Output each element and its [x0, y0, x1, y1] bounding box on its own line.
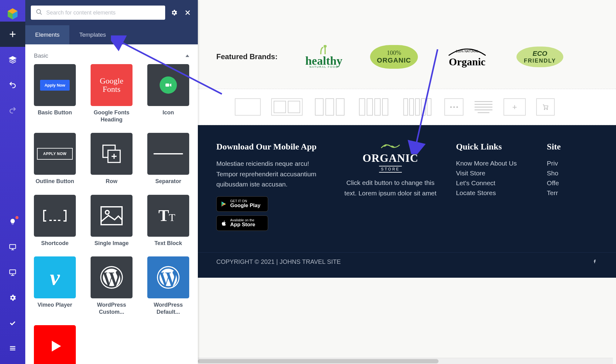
svg-rect-19 [165, 84, 169, 87]
tab-elements[interactable]: Elements [25, 25, 69, 44]
horizontal-scrollbar[interactable] [198, 358, 613, 364]
element-wordpress-default[interactable]: WordPress Default... [146, 256, 190, 315]
element-icon[interactable]: Icon [146, 64, 190, 123]
element-basic-button[interactable]: Apply Now Basic Button [33, 64, 77, 123]
toolbar-settings-button[interactable] [0, 285, 25, 310]
layout-text[interactable] [474, 98, 493, 116]
logo-sub: STORE [379, 166, 402, 173]
toolbar-menu-button[interactable] [0, 336, 25, 361]
element-single-image[interactable]: Single Image [89, 195, 134, 247]
apple-icon [220, 219, 227, 227]
svg-rect-6 [10, 244, 16, 248]
layout-add[interactable]: + [504, 98, 526, 116]
element-shortcode[interactable]: Shortcode [33, 195, 77, 247]
google-text-1: Google [100, 77, 124, 85]
svg-line-16 [40, 13, 42, 15]
panel-settings-button[interactable] [169, 8, 179, 17]
separator-preview-icon [153, 153, 183, 154]
play-icon [220, 200, 227, 208]
toolbar-check-button[interactable] [0, 310, 25, 336]
svg-rect-35 [324, 47, 326, 54]
element-text-block[interactable]: TT Text Block [146, 195, 190, 247]
link-locate[interactable]: Locate Stores [456, 188, 528, 198]
link-connect[interactable]: Let's Connect [456, 178, 528, 188]
group-label: Basic [34, 52, 48, 59]
layout-4col[interactable] [357, 98, 390, 116]
element-youtube[interactable] [33, 325, 77, 364]
search-icon [36, 9, 43, 17]
layout-cart[interactable] [536, 98, 555, 116]
toolbar-present-button[interactable] [0, 260, 25, 285]
toolbar-redo-button[interactable] [0, 97, 25, 123]
svg-text:T: T [169, 212, 175, 223]
brand-eco-logo: ECO FRIENDLY [516, 43, 563, 70]
element-vimeo-player[interactable]: v Vimeo Player [33, 256, 77, 315]
brand2-top: 100% [377, 49, 411, 56]
vimeo-icon: v [34, 256, 76, 298]
copyright-text: COPYRIGHT © 2021 | JOHNS TRAVEL SITE [216, 258, 341, 265]
svg-marker-34 [52, 341, 61, 352]
tab-templates[interactable]: Templates [69, 25, 116, 44]
link-terr[interactable]: Terr [547, 188, 598, 198]
toolbar-undo-button[interactable] [0, 72, 25, 97]
element-label: Vimeo Player [38, 301, 72, 309]
notification-dot-icon [15, 216, 18, 219]
google-play-badge[interactable]: GET IT ONGoogle Play [216, 196, 268, 212]
svg-rect-9 [10, 270, 16, 274]
brand1-text: healthy [305, 56, 342, 65]
group-header-basic[interactable]: Basic [33, 50, 190, 64]
link-sho[interactable]: Sho [547, 168, 598, 178]
brand4-top: ECO [524, 50, 556, 58]
wordpress-icon [91, 256, 133, 298]
layout-2col[interactable] [271, 98, 303, 116]
elements-panel: Elements Templates Basic Apply Now Basic… [25, 0, 198, 364]
footer-col3-title: Quick Links [456, 142, 528, 152]
link-priv[interactable]: Priv [547, 158, 598, 168]
element-label: Google Fonts Heading [89, 109, 134, 123]
toolbar-add-button[interactable] [0, 22, 25, 47]
link-about[interactable]: Know More About Us [456, 158, 528, 168]
app-store-badge[interactable]: Available on theApp Store [216, 215, 268, 231]
footer-col4-title: Site [547, 142, 598, 152]
outline-button-preview: APPLY NOW [37, 148, 73, 160]
layout-5col[interactable] [401, 98, 434, 116]
link-offe[interactable]: Offe [547, 178, 598, 188]
panel-close-button[interactable] [183, 8, 192, 17]
layout-more[interactable] [444, 98, 463, 116]
element-separator[interactable]: Separator [146, 133, 190, 185]
quick-links-list: Know More About Us Visit Store Let's Con… [456, 158, 528, 198]
elements-grid: Apply Now Basic Button GoogleFonts Googl… [33, 64, 190, 364]
brand1-sub: NATURAL FOOD [305, 65, 342, 68]
svg-text:T: T [158, 207, 169, 224]
organic-store-logo: ORGANIC STORE [343, 142, 437, 173]
canvas-area[interactable]: Featured Brands: healthy NATURAL FOOD 10… [198, 0, 616, 364]
element-label: Text Block [154, 240, 182, 247]
layout-3col[interactable] [313, 98, 346, 116]
element-outline-button[interactable]: APPLY NOW Outline Button [33, 133, 77, 185]
scrollbar-thumb[interactable] [198, 359, 439, 363]
wordpress-blue-icon [147, 256, 189, 298]
link-visit-store[interactable]: Visit Store [456, 168, 528, 178]
panel-body[interactable]: Basic Apply Now Basic Button GoogleFonts… [25, 44, 198, 364]
svg-point-38 [547, 109, 548, 110]
search-wrap [31, 6, 165, 20]
panel-header [25, 0, 198, 25]
footer-col-4: Site Priv Sho Offe Terr [547, 142, 598, 231]
toolbar-desktop-button[interactable] [0, 235, 25, 260]
element-label: Icon [162, 109, 174, 116]
youtube-icon [34, 325, 76, 364]
page-footer: Download Our Mobile App Molestiae reicie… [198, 125, 616, 252]
element-google-fonts-heading[interactable]: GoogleFonts Google Fonts Heading [89, 64, 134, 123]
facebook-icon[interactable] [592, 258, 598, 265]
element-wordpress-custom[interactable]: WordPress Custom... [89, 256, 134, 315]
brand-natural-logo: 100% NATURAL Organic [446, 43, 489, 70]
element-label: WordPress Default... [146, 301, 190, 315]
toolbar-insights-button[interactable] [0, 209, 25, 235]
copyright-bar: COPYRIGHT © 2021 | JOHNS TRAVEL SITE [198, 252, 616, 278]
layout-1col[interactable] [235, 98, 261, 116]
element-row[interactable]: Row [89, 133, 134, 185]
brands-title: Featured Brands: [216, 52, 278, 61]
toolbar-layers-button[interactable] [0, 47, 25, 72]
search-input[interactable] [46, 10, 160, 16]
footer-col-1: Download Our Mobile App Molestiae reicie… [216, 142, 325, 231]
